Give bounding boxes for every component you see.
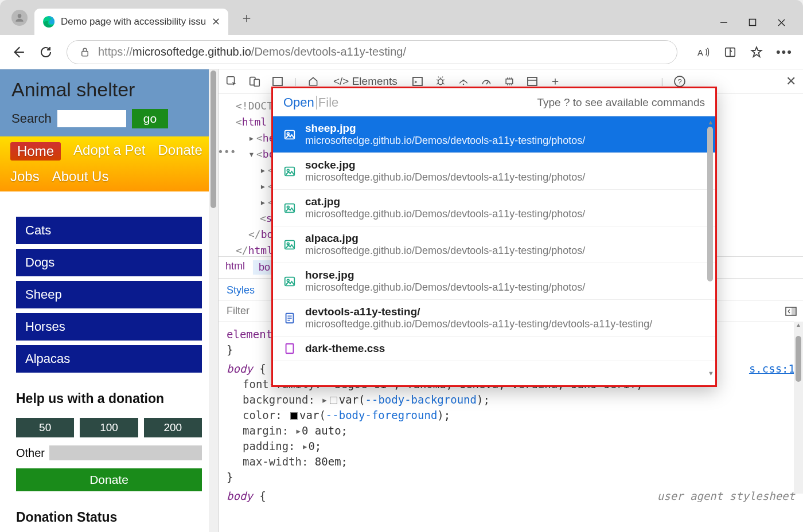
tab-close-icon[interactable]: ✕ <box>212 15 220 28</box>
new-tab-button[interactable]: ＋ <box>240 9 254 27</box>
file-icon <box>283 275 296 288</box>
search-label: Search <box>11 111 52 126</box>
donation-status-heading: Donation Status <box>0 491 218 525</box>
maximize-icon[interactable] <box>749 18 757 27</box>
svg-rect-18 <box>506 79 513 83</box>
console-icon[interactable] <box>411 75 424 88</box>
file-icon <box>283 128 296 141</box>
animal-alpacas[interactable]: Alpacas <box>16 345 202 373</box>
main-nav: Home Adopt a Pet Donate Jobs About Us <box>0 136 218 191</box>
nav-donate[interactable]: Donate <box>158 142 202 161</box>
devtools-close-icon[interactable]: ✕ <box>786 74 796 89</box>
animal-dogs[interactable]: Dogs <box>16 249 202 276</box>
home-icon[interactable] <box>307 75 319 88</box>
command-item[interactable]: socke.jpgmicrosoftedge.github.io/Demos/d… <box>273 153 715 190</box>
command-hint: Type ? to see available commands <box>537 96 705 109</box>
page-title: Animal shelter <box>11 79 206 101</box>
devtools-panel: | </> Elements ＋ | ? ✕ ••• <!DOCT <html … <box>218 69 803 532</box>
lock-icon <box>80 46 90 58</box>
close-icon[interactable] <box>777 18 786 27</box>
dom-more-icon[interactable]: ••• <box>217 144 236 160</box>
command-item-path: microsoftedge.github.io/Demos/devtools-a… <box>305 318 652 330</box>
command-item[interactable]: alpaca.jpgmicrosoftedge.github.io/Demos/… <box>273 226 715 263</box>
nav-jobs[interactable]: Jobs <box>10 169 40 185</box>
command-item-path: microsoftedge.github.io/Demos/devtools-a… <box>305 135 585 147</box>
svg-point-34 <box>287 279 289 281</box>
device-icon[interactable] <box>248 75 261 88</box>
back-button[interactable] <box>10 45 25 60</box>
read-aloud-icon[interactable]: A <box>697 46 711 58</box>
nav-about[interactable]: About Us <box>52 169 109 185</box>
network-icon[interactable] <box>457 75 470 88</box>
refresh-button[interactable] <box>39 45 53 59</box>
donation-section: Help us with a donation 50 100 200 Other… <box>0 373 218 491</box>
file-icon <box>283 312 296 324</box>
svg-point-32 <box>287 242 289 245</box>
animal-sheep[interactable]: Sheep <box>16 281 202 308</box>
svg-point-30 <box>287 206 289 208</box>
performance-icon[interactable] <box>480 75 493 88</box>
animal-list: Cats Dogs Sheep Horses Alpacas <box>0 191 218 373</box>
toggle-sidebar-icon[interactable] <box>785 306 797 317</box>
svg-point-26 <box>287 132 289 135</box>
donate-200[interactable]: 200 <box>144 418 202 437</box>
command-item-title: devtools-a11y-testing/ <box>305 306 652 318</box>
command-scrollbar[interactable]: ▲ ▼ <box>707 119 714 377</box>
file-icon <box>283 342 296 355</box>
stylesheet-link[interactable]: s.css:1 <box>749 361 795 377</box>
donate-50[interactable]: 50 <box>16 418 74 437</box>
profile-icon[interactable] <box>11 10 28 26</box>
search-input[interactable] <box>57 110 126 127</box>
svg-text:?: ? <box>678 77 682 86</box>
devtools-scrollbar[interactable]: ▲ <box>794 322 803 494</box>
donate-100[interactable]: 100 <box>80 418 138 437</box>
memory-icon[interactable] <box>503 75 516 88</box>
command-item-title: cat.jpg <box>305 195 585 208</box>
bug-icon[interactable] <box>434 75 447 88</box>
animal-cats[interactable]: Cats <box>16 217 202 244</box>
elements-tab[interactable]: </> Elements <box>330 75 401 88</box>
animal-horses[interactable]: Horses <box>16 313 202 341</box>
command-item[interactable]: devtools-a11y-testing/microsoftedge.gith… <box>273 300 715 337</box>
browser-tab[interactable]: Demo page with accessibility issu ✕ <box>34 9 228 35</box>
favorite-icon[interactable] <box>750 45 763 59</box>
window-controls <box>720 18 803 35</box>
command-item[interactable]: cat.jpgmicrosoftedge.github.io/Demos/dev… <box>273 190 715 226</box>
file-icon <box>283 165 296 178</box>
minimize-icon[interactable] <box>720 18 728 27</box>
command-item-title: dark-theme.css <box>305 342 385 355</box>
more-icon[interactable]: ••• <box>776 45 793 60</box>
url-text: https://microsoftedge.github.io/Demos/de… <box>98 45 406 58</box>
other-amount-input[interactable] <box>49 445 202 460</box>
svg-line-17 <box>486 81 488 84</box>
command-menu: Open File Type ? to see available comman… <box>271 87 717 387</box>
application-icon[interactable] <box>526 75 539 88</box>
webpage-panel: Animal shelter Search go Home Adopt a Pe… <box>0 69 218 532</box>
help-icon[interactable]: ? <box>673 75 686 88</box>
welcome-icon[interactable] <box>271 75 284 88</box>
command-item-title: socke.jpg <box>305 159 585 171</box>
command-item[interactable]: horse.jpgmicrosoftedge.github.io/Demos/d… <box>273 263 715 300</box>
go-button[interactable]: go <box>132 109 168 128</box>
donate-button[interactable]: Donate <box>16 468 202 491</box>
command-item-path: microsoftedge.github.io/Demos/devtools-a… <box>305 245 585 257</box>
command-item-title: horse.jpg <box>305 269 585 281</box>
ua-stylesheet-label: user agent stylesheet <box>657 488 795 504</box>
command-item[interactable]: sheep.jpgmicrosoftedge.github.io/Demos/d… <box>273 116 715 153</box>
command-item-title: sheep.jpg <box>305 122 585 135</box>
svg-rect-7 <box>82 51 88 56</box>
nav-adopt[interactable]: Adopt a Pet <box>73 142 145 161</box>
svg-rect-14 <box>413 77 422 85</box>
crumb-html[interactable]: html <box>225 260 245 275</box>
more-tabs-icon[interactable]: ＋ <box>549 75 562 88</box>
url-field[interactable]: https://microsoftedge.github.io/Demos/de… <box>67 40 677 64</box>
tab-title: Demo page with accessibility issu <box>61 16 206 28</box>
inspect-icon[interactable] <box>225 75 238 88</box>
command-item[interactable]: dark-theme.css <box>273 337 715 361</box>
page-scrollbar[interactable] <box>209 69 218 532</box>
svg-point-16 <box>463 83 465 85</box>
nav-home[interactable]: Home <box>10 142 61 161</box>
reading-mode-icon[interactable] <box>723 46 737 58</box>
command-caret <box>317 96 317 109</box>
svg-text:A: A <box>697 48 703 57</box>
